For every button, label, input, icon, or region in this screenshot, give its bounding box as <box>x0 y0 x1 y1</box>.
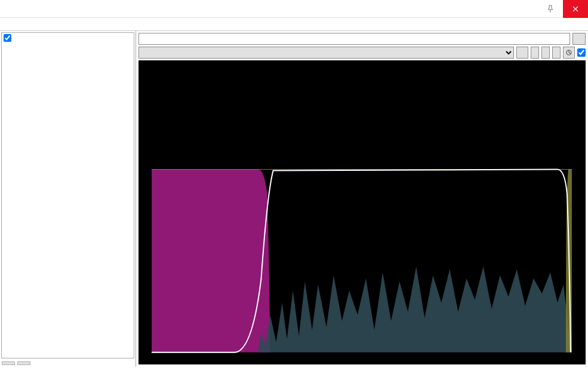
status-bar <box>0 367 588 377</box>
close-button[interactable] <box>563 0 588 18</box>
fx-enable-checkbox[interactable] <box>4 34 11 42</box>
param-button[interactable] <box>531 47 539 59</box>
pin-button[interactable] <box>538 0 563 18</box>
fx-comment-input[interactable] <box>138 33 570 45</box>
eq-plot[interactable] <box>138 60 586 364</box>
fx-sidebar <box>0 31 136 367</box>
pin-icon <box>546 5 555 13</box>
menu-bar <box>0 18 588 31</box>
delta-solo-button[interactable] <box>563 47 575 59</box>
fx-list[interactable] <box>1 32 134 358</box>
close-icon <box>572 6 578 12</box>
fx-active-checkbox[interactable] <box>577 48 586 57</box>
add-button[interactable] <box>2 361 15 365</box>
preset-add-button[interactable] <box>516 47 528 59</box>
fx-list-item[interactable] <box>2 33 134 43</box>
remove-button[interactable] <box>17 361 30 365</box>
eq-plot-svg <box>138 60 586 364</box>
preset-dropdown[interactable] <box>138 47 514 59</box>
edit-button[interactable] <box>541 47 550 59</box>
routing-button[interactable] <box>552 47 561 59</box>
phase-icon <box>565 49 572 56</box>
fx-menu-button[interactable] <box>572 33 586 45</box>
